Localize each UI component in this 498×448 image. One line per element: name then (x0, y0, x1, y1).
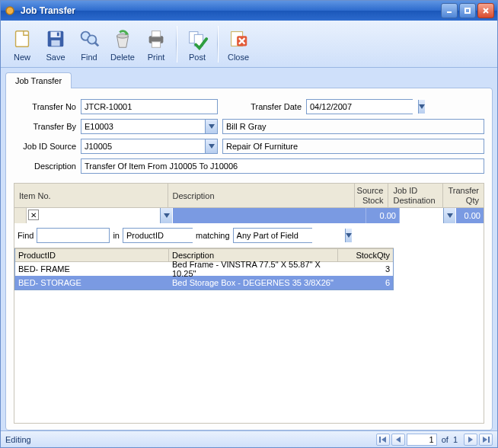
close-window-button[interactable] (477, 3, 494, 18)
pager-first-button[interactable] (376, 434, 390, 446)
delete-button[interactable]: Delete (106, 23, 139, 66)
minimize-button[interactable] (441, 3, 458, 18)
transfer-by-label: Transfer By (14, 122, 76, 131)
post-icon (185, 27, 209, 51)
transfer-date-label: Transfer Date (241, 102, 302, 111)
app-icon (4, 5, 16, 17)
matching-label: matching (196, 231, 230, 240)
calendar-dropdown-icon[interactable] (418, 100, 425, 114)
chevron-down-icon[interactable] (205, 120, 217, 133)
chevron-down-icon[interactable] (205, 139, 217, 153)
new-button[interactable]: New (5, 23, 39, 66)
pager-current-input[interactable] (407, 434, 437, 446)
lookup-list: ProductID Description StockQty BED- FRAM… (14, 248, 394, 290)
titlebar[interactable]: Job Transfer (1, 1, 497, 21)
window-title: Job Transfer (21, 5, 441, 16)
maximize-button[interactable] (459, 3, 476, 18)
close-icon (226, 27, 251, 51)
svg-rect-17 (152, 41, 160, 47)
find-field-combo[interactable] (123, 228, 193, 243)
chevron-down-icon[interactable] (160, 208, 172, 223)
col-source-stock[interactable]: SourceStock (355, 184, 388, 207)
svg-marker-26 (209, 144, 215, 149)
svg-marker-35 (483, 437, 487, 443)
toolbar-separator (176, 26, 177, 62)
svg-marker-27 (164, 213, 170, 218)
svg-rect-8 (51, 40, 59, 46)
find-input[interactable] (37, 228, 110, 243)
cell-destination[interactable] (400, 208, 456, 223)
col-transfer-qty[interactable]: TransferQty (443, 184, 484, 207)
job-source-field[interactable] (81, 139, 218, 154)
cell-description (173, 208, 366, 223)
toolbar-separator (217, 26, 219, 62)
post-button[interactable]: Post (180, 23, 214, 66)
col-job-destination[interactable]: Job IDDestination (388, 184, 443, 207)
job-source-label: Job ID Source (14, 142, 76, 151)
lookup-row[interactable]: BED- FRAME Bed Frame - VINSTRA 77.5" X 5… (15, 262, 393, 276)
svg-marker-34 (468, 437, 473, 443)
col-description[interactable]: Description (168, 184, 356, 207)
new-icon (10, 27, 34, 51)
items-grid: Item No. Description SourceStock Job IDD… (14, 183, 484, 424)
svg-rect-31 (379, 437, 381, 443)
main-panel: Transfer No Transfer Date Transfer By J (5, 88, 493, 430)
svg-marker-24 (419, 104, 425, 109)
tab-job-transfer[interactable]: Job Transfer (5, 72, 72, 88)
pager-total: 1 (453, 435, 462, 444)
in-label: in (113, 231, 120, 240)
lookup-col-stockqty[interactable]: StockQty (338, 249, 393, 261)
grid-edit-row[interactable]: ✕ 0.00 0.00 (14, 208, 484, 223)
toolbar: New Save Find Delete Print Post Close (1, 21, 497, 68)
transfer-by-field[interactable] (81, 119, 218, 134)
transfer-by-name (222, 119, 484, 134)
svg-rect-9 (57, 32, 59, 36)
record-pager: of 1 (376, 434, 493, 446)
find-mode-combo[interactable] (233, 228, 312, 243)
svg-rect-16 (152, 30, 160, 37)
find-label: Find (18, 231, 34, 240)
lookup-col-productid[interactable]: ProductID (15, 249, 169, 261)
svg-rect-36 (488, 437, 490, 443)
pager-prev-button[interactable] (391, 434, 405, 446)
print-icon (144, 27, 168, 51)
pager-last-button[interactable] (479, 434, 493, 446)
grid-header: Item No. Description SourceStock Job IDD… (14, 184, 484, 208)
find-button[interactable]: Find (72, 23, 106, 66)
svg-marker-32 (381, 437, 386, 443)
description-label: Description (14, 162, 76, 171)
row-selector[interactable] (14, 208, 27, 223)
col-item[interactable]: Item No. (14, 184, 168, 207)
close-button[interactable]: Close (222, 23, 255, 66)
chevron-down-icon[interactable] (443, 208, 455, 223)
save-icon (43, 27, 68, 51)
tab-strip: Job Transfer (5, 72, 493, 88)
grid-whitespace (14, 290, 484, 423)
cell-source-stock: 0.00 (366, 208, 400, 223)
clear-cell-button[interactable]: ✕ (28, 210, 39, 220)
svg-marker-28 (447, 213, 453, 218)
svg-rect-5 (16, 30, 29, 46)
pager-next-button[interactable] (464, 434, 477, 446)
transfer-no-field[interactable] (81, 99, 218, 114)
cell-qty: 0.00 (456, 208, 484, 223)
cell-item[interactable]: ✕ (27, 208, 173, 223)
transfer-no-label: Transfer No (14, 102, 76, 111)
pager-of-label: of (439, 435, 452, 444)
svg-point-0 (6, 7, 14, 14)
svg-line-12 (95, 42, 99, 46)
transfer-date-field[interactable] (306, 99, 413, 114)
lookup-row[interactable]: BED- STORAGE Bed Storage Box - DEGERNES … (15, 276, 393, 290)
save-button[interactable]: Save (39, 23, 72, 66)
svg-marker-33 (396, 437, 401, 443)
svg-rect-2 (465, 8, 470, 13)
find-icon (77, 27, 101, 51)
status-mode: Editing (5, 435, 376, 444)
job-source-name (222, 139, 484, 154)
description-field[interactable] (81, 158, 484, 174)
job-transfer-window: Job Transfer New Save Find Delete Print (0, 0, 498, 448)
print-button[interactable]: Print (139, 23, 173, 66)
statusbar: Editing of 1 (1, 430, 497, 447)
chevron-down-icon[interactable] (345, 229, 352, 242)
find-bar: Find in matching (14, 223, 394, 248)
